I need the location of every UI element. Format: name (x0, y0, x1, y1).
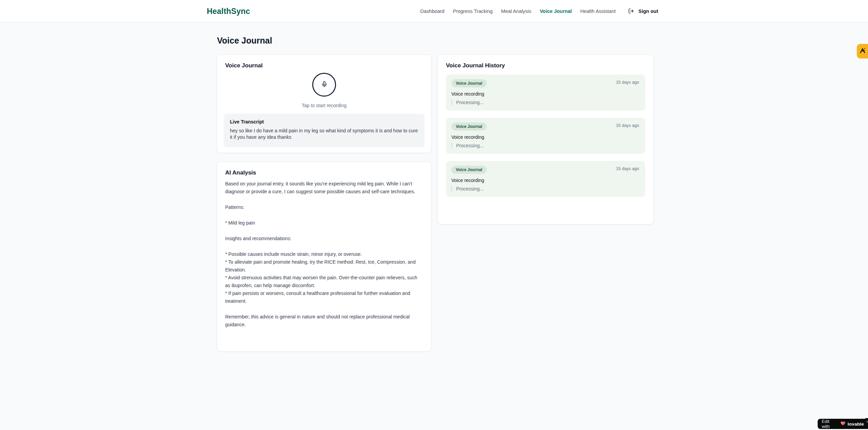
history-entry-list: Voice Journal 15 days ago Voice recordin… (446, 75, 645, 204)
lovable-label: lovable (848, 421, 864, 427)
history-card-title: Voice Journal History (446, 62, 505, 69)
recorder-card-title: Voice Journal (225, 62, 263, 69)
nav-item-progress-tracking[interactable]: Progress Tracking (453, 9, 493, 14)
voice-journal-recorder-card: Voice Journal Tap to start recording Liv… (217, 54, 432, 153)
live-transcript-box: Live Transcript hey so like I do have a … (224, 114, 424, 147)
entry-type-badge: Voice Journal (451, 122, 487, 131)
entry-title: Voice recording (451, 91, 640, 97)
mic-icon (321, 81, 328, 89)
edit-with-lovable-badge[interactable]: Edit with lovable (818, 419, 868, 429)
record-button[interactable] (312, 73, 336, 97)
side-extension-tab[interactable] (857, 44, 868, 59)
history-entry[interactable]: Voice Journal 15 days ago Voice recordin… (446, 75, 645, 111)
entry-timestamp: 15 days ago (616, 80, 639, 85)
header: HealthSync Dashboard Progress Tracking M… (0, 0, 868, 22)
close-icon: × (866, 419, 868, 424)
live-transcript-text: hey so like I do have a mild pain in my … (230, 128, 418, 140)
entry-title: Voice recording (451, 134, 640, 140)
page-title: Voice Journal (217, 36, 272, 46)
app-logo[interactable]: HealthSync (207, 6, 250, 16)
entry-timestamp: 15 days ago (616, 166, 639, 171)
main-nav: Dashboard Progress Tracking Meal Analysi… (420, 0, 658, 22)
live-transcript-title: Live Transcript (230, 119, 418, 125)
history-entry[interactable]: Voice Journal 15 days ago Voice recordin… (446, 118, 645, 154)
ai-analysis-title: AI Analysis (225, 169, 256, 176)
voice-journal-history-card: Voice Journal History Voice Journal 15 d… (437, 54, 654, 225)
entry-status: Processing... (451, 143, 640, 148)
entry-type-badge: Voice Journal (451, 79, 487, 87)
logout-icon (628, 8, 634, 14)
sign-out-button[interactable]: Sign out (628, 8, 658, 14)
entry-status: Processing... (451, 186, 640, 192)
heart-icon (840, 421, 846, 427)
entry-type-badge: Voice Journal (451, 166, 487, 174)
entry-timestamp: 15 days ago (616, 123, 639, 128)
ai-analysis-body: Based on your journal entry, it sounds l… (225, 180, 423, 329)
nav-item-health-assistant[interactable]: Health Assistant (580, 9, 616, 14)
sign-out-label: Sign out (638, 9, 658, 14)
entry-title: Voice recording (451, 178, 640, 183)
history-entry[interactable]: Voice Journal 15 days ago Voice recordin… (446, 161, 645, 197)
entry-status: Processing... (451, 100, 640, 105)
ai-analysis-card: AI Analysis Based on your journal entry,… (217, 162, 432, 352)
edit-with-label: Edit with (822, 419, 838, 429)
tap-to-record-hint: Tap to start recording (217, 103, 431, 108)
amber-logo-icon (859, 47, 866, 55)
nav-item-dashboard[interactable]: Dashboard (420, 9, 445, 14)
nav-item-voice-journal[interactable]: Voice Journal (540, 9, 572, 14)
nav-item-meal-analysis[interactable]: Meal Analysis (501, 9, 531, 14)
lovable-close-button[interactable]: × (864, 418, 868, 429)
